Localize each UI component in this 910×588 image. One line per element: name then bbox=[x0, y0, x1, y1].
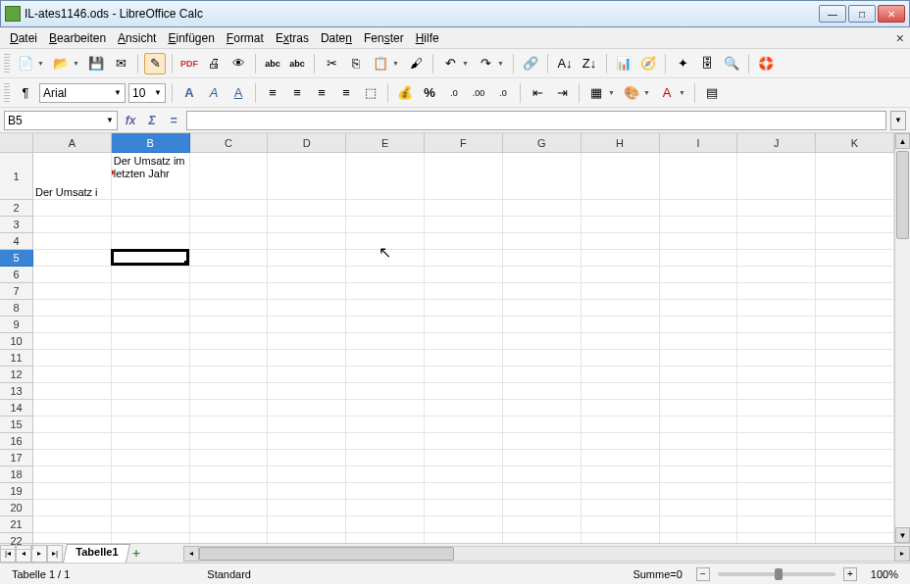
row-header[interactable]: 20 bbox=[0, 500, 33, 516]
cell[interactable] bbox=[816, 233, 894, 250]
cell[interactable] bbox=[268, 217, 346, 233]
cell[interactable] bbox=[346, 217, 425, 233]
cell[interactable] bbox=[660, 350, 738, 367]
cell[interactable] bbox=[112, 283, 190, 300]
cell[interactable] bbox=[346, 350, 425, 367]
cell[interactable] bbox=[425, 200, 503, 217]
cell[interactable] bbox=[346, 416, 425, 433]
font-name-combo[interactable]: Arial▼ bbox=[39, 83, 126, 103]
expand-formula-icon[interactable]: ▼ bbox=[890, 111, 906, 130]
dropdown-arrow-icon[interactable]: ▼ bbox=[497, 60, 507, 67]
cell[interactable] bbox=[816, 450, 894, 466]
cell[interactable] bbox=[425, 300, 503, 317]
column-header[interactable]: J bbox=[737, 133, 816, 153]
menu-ansicht[interactable]: Ansicht bbox=[112, 29, 162, 47]
cell[interactable] bbox=[425, 283, 503, 300]
cell[interactable] bbox=[737, 433, 816, 450]
dropdown-arrow-icon[interactable]: ▼ bbox=[643, 89, 653, 96]
cell[interactable] bbox=[503, 383, 581, 400]
cell[interactable] bbox=[581, 250, 660, 267]
cell[interactable] bbox=[581, 267, 660, 283]
zoom-slider[interactable] bbox=[718, 572, 835, 576]
menu-daten[interactable]: Daten bbox=[315, 29, 358, 47]
styles-icon[interactable]: ¶ bbox=[15, 82, 36, 104]
column-header[interactable]: E bbox=[346, 133, 425, 153]
cell[interactable] bbox=[346, 450, 425, 466]
close-button[interactable]: ✕ bbox=[878, 5, 905, 23]
column-header[interactable]: C bbox=[190, 133, 269, 153]
cell[interactable] bbox=[816, 433, 894, 450]
cell[interactable] bbox=[33, 516, 112, 533]
scroll-thumb[interactable] bbox=[199, 547, 454, 561]
cell[interactable] bbox=[112, 533, 190, 543]
cell[interactable] bbox=[112, 300, 190, 317]
cell[interactable] bbox=[503, 466, 581, 483]
formula-input[interactable] bbox=[186, 111, 886, 130]
font-color-icon[interactable]: A bbox=[656, 82, 678, 104]
cell[interactable] bbox=[737, 466, 816, 483]
underline-icon[interactable]: A bbox=[228, 82, 249, 104]
cell[interactable] bbox=[581, 483, 660, 500]
cell[interactable] bbox=[425, 267, 503, 283]
cell[interactable] bbox=[581, 200, 660, 217]
cell[interactable] bbox=[503, 450, 581, 466]
cell[interactable] bbox=[581, 283, 660, 300]
cell[interactable] bbox=[112, 416, 190, 433]
cell[interactable] bbox=[503, 233, 581, 250]
row-header[interactable]: 22 bbox=[0, 533, 33, 550]
add-sheet-icon[interactable]: ＋ bbox=[128, 544, 144, 563]
tab-next-icon[interactable]: ▸ bbox=[31, 545, 47, 563]
cell[interactable] bbox=[660, 533, 738, 543]
cell[interactable] bbox=[581, 416, 660, 433]
cell[interactable] bbox=[581, 367, 660, 383]
auto-spellcheck-icon[interactable]: abc bbox=[286, 53, 308, 74]
cell[interactable] bbox=[503, 333, 581, 350]
align-center-icon[interactable]: ≡ bbox=[286, 82, 308, 104]
cell[interactable] bbox=[503, 483, 581, 500]
open-icon[interactable]: 📂 bbox=[50, 53, 72, 74]
cell[interactable] bbox=[816, 416, 894, 433]
font-size-combo[interactable]: 10▼ bbox=[128, 83, 166, 103]
zoom-in-icon[interactable]: + bbox=[843, 567, 857, 581]
cell[interactable] bbox=[816, 250, 894, 267]
paste-icon[interactable]: 📋 bbox=[370, 53, 391, 74]
row-header[interactable]: 4 bbox=[0, 233, 33, 250]
status-sum[interactable]: Summe=0 bbox=[627, 568, 687, 580]
row-header[interactable]: 1 bbox=[0, 153, 33, 200]
cell[interactable] bbox=[660, 300, 738, 317]
cell[interactable] bbox=[425, 400, 503, 416]
column-header[interactable]: I bbox=[660, 133, 738, 153]
scroll-thumb[interactable] bbox=[896, 151, 909, 239]
cell[interactable] bbox=[816, 200, 894, 217]
scroll-up-icon[interactable]: ▲ bbox=[895, 133, 910, 149]
cell[interactable] bbox=[581, 350, 660, 367]
cell[interactable] bbox=[660, 250, 738, 267]
cell[interactable] bbox=[112, 267, 190, 283]
cell[interactable] bbox=[112, 450, 190, 466]
cell[interactable] bbox=[503, 350, 581, 367]
row-header[interactable]: 19 bbox=[0, 483, 33, 500]
cell[interactable] bbox=[425, 500, 503, 516]
cell[interactable] bbox=[346, 317, 425, 333]
maximize-button[interactable]: □ bbox=[848, 5, 876, 23]
cell[interactable] bbox=[737, 153, 816, 200]
cell[interactable] bbox=[581, 153, 660, 200]
cell[interactable] bbox=[190, 466, 269, 483]
cell[interactable] bbox=[660, 153, 738, 200]
cell[interactable] bbox=[268, 367, 346, 383]
cell[interactable] bbox=[581, 500, 660, 516]
cell[interactable] bbox=[503, 267, 581, 283]
cell[interactable] bbox=[425, 416, 503, 433]
spellcheck-icon[interactable]: abc bbox=[262, 53, 283, 74]
cell[interactable] bbox=[346, 466, 425, 483]
cell[interactable] bbox=[33, 333, 112, 350]
cell[interactable] bbox=[660, 483, 738, 500]
cell[interactable] bbox=[190, 233, 269, 250]
cell[interactable] bbox=[737, 250, 816, 267]
cell[interactable] bbox=[737, 450, 816, 466]
zoom-icon[interactable]: 🔍 bbox=[721, 53, 742, 74]
cell[interactable] bbox=[503, 153, 581, 200]
menu-einfuegen[interactable]: Einfügen bbox=[162, 29, 220, 47]
cell[interactable] bbox=[816, 516, 894, 533]
cell[interactable] bbox=[816, 217, 894, 233]
